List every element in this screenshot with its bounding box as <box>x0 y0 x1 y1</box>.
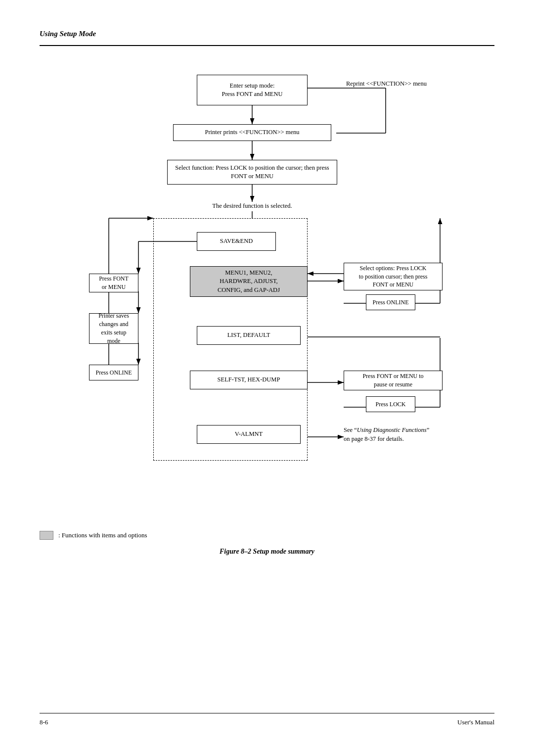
section-header: Using Setup Mode <box>40 30 494 38</box>
manual-title: User's Manual <box>457 718 494 726</box>
self-tst-box: SELF-TST, HEX-DUMP <box>190 371 308 389</box>
press-font-menu-pause-box: Press FONT or MENU to pause or resume <box>344 371 443 390</box>
see-diagnostic-label: See “Using Diagnostic Functions”on page … <box>344 426 457 443</box>
legend-text: : Functions with items and options <box>58 531 147 539</box>
enter-setup-box: Enter setup mode: Press FONT and MENU <box>197 75 308 105</box>
reprint-label: Reprint <<FUNCTION>> menu <box>346 80 455 89</box>
desired-function-label: The desired function is selected. <box>167 202 337 211</box>
page-number: 8-6 <box>40 718 48 726</box>
section-title: Using Setup Mode <box>40 30 494 38</box>
legend-swatch <box>40 531 53 540</box>
list-default-box: LIST, DEFAULT <box>197 326 301 345</box>
header-rule <box>40 45 494 46</box>
save-end-box: SAVE&END <box>197 232 276 251</box>
select-function-box: Select function: Press LOCK to position … <box>167 160 337 185</box>
footer: 8-6 User's Manual <box>40 718 494 726</box>
press-online-left-box: Press ONLINE <box>89 365 138 380</box>
press-font-or-menu-box: Press FONT or MENU <box>89 274 138 292</box>
diagram-area: Enter setup mode: Press FONT and MENU Re… <box>40 61 494 516</box>
press-lock-box: Press LOCK <box>366 396 415 412</box>
legend: : Functions with items and options <box>40 531 494 540</box>
menu1-menu2-box: MENU1, MENU2, HARDWRE, ADJUST, CONFIG, a… <box>190 266 308 297</box>
printer-saves-box: Printer saves changes and exits setup mo… <box>89 313 138 344</box>
v-almnt-box: V-ALMNT <box>197 425 301 444</box>
select-options-box: Select options: Press LOCK to position c… <box>344 263 443 290</box>
press-online-right-box: Press ONLINE <box>366 294 415 310</box>
figure-caption: Figure 8–2 Setup mode summary <box>40 548 494 556</box>
bottom-rule <box>40 713 494 713</box>
printer-prints-box: Printer prints <<FUNCTION>> menu <box>173 124 331 141</box>
